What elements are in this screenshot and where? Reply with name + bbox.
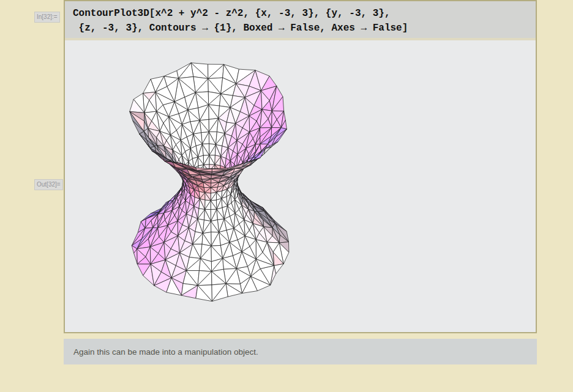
notebook-page: { "cells": { "input": { "label": "In[32]… [0, 0, 573, 392]
code-line-2: {z, -3, 3}, Contours → {1}, Boxed → Fals… [73, 21, 536, 35]
output-cell-label: Out[32]= [34, 179, 63, 190]
contour-plot-3d[interactable] [65, 40, 536, 330]
code-line-1: ContourPlot3D[x^2 + y^2 - z^2, {x, -3, 3… [73, 6, 536, 21]
input-cell-label: In[32]:= [34, 12, 60, 23]
comment-text-cell[interactable]: Again this can be made into a manipulati… [64, 339, 537, 364]
cell-group: ContourPlot3D[x^2 + y^2 - z^2, {x, -3, 3… [64, 0, 537, 333]
output-cell [65, 40, 536, 330]
input-cell-code-area[interactable]: ContourPlot3D[x^2 + y^2 - z^2, {x, -3, 3… [65, 1, 536, 40]
comment-text: Again this can be made into a manipulati… [73, 347, 258, 357]
